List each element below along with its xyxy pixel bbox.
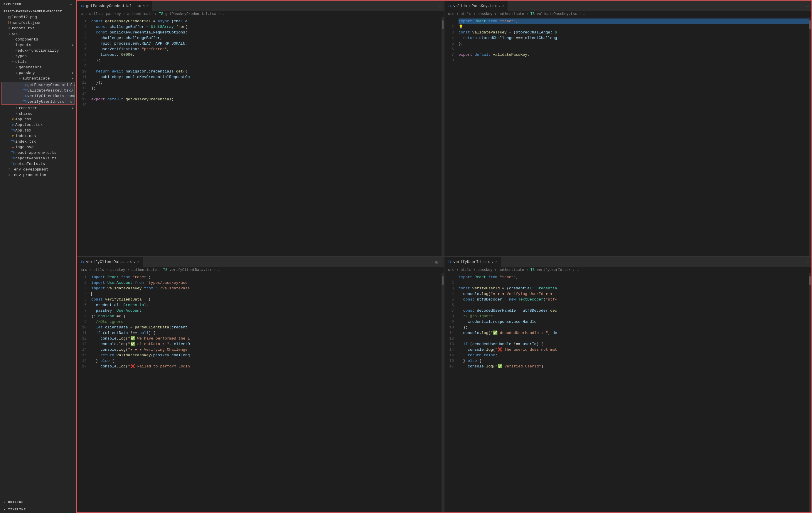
breadcrumb-text: src › utils › passkey › authenticate › T… <box>448 268 579 272</box>
tab-verifyClientData[interactable]: TS verifyClientData.tsx U × <box>77 257 143 267</box>
ts-icon: TS <box>448 260 452 264</box>
new-file-icon[interactable]: ⋯ <box>70 2 72 6</box>
breadcrumb-text: src › utils › passkey › authenticate › T… <box>448 12 585 16</box>
more-actions-icon[interactable]: ⋯ <box>806 3 809 8</box>
tree-badge: ● <box>71 43 74 47</box>
css-icon: # <box>10 118 15 121</box>
more-actions-icon[interactable]: ⋯ <box>439 260 441 265</box>
tree-item-indextsx[interactable]: TS index.tsx <box>0 139 76 144</box>
ts-icon: TS <box>23 94 27 98</box>
code-content-bottom-right: import React from "react"; const verifyU… <box>456 273 809 512</box>
tree-label: index.tsx <box>15 140 36 144</box>
tree-label: types <box>15 54 27 58</box>
code-line: console.log("✅ clientData : ", clientD <box>91 341 441 347</box>
tree-item-types[interactable]: › types <box>0 53 76 59</box>
split-editor-icon[interactable]: ⊞ <box>432 260 434 265</box>
breadcrumb-top-left: c › utils › passkey › authenticate › TS … <box>77 11 444 17</box>
tree-item-manifest[interactable]: {} manifest.json <box>0 20 76 26</box>
tree-item-indexcss[interactable]: # index.css <box>0 133 76 139</box>
code-area-bottom-left: 12345 678910 1112131415 1617 import Reac… <box>77 273 444 512</box>
tree-item-apptest[interactable]: ⚙ App.test.tsx <box>0 122 76 128</box>
tree-item-setuptests[interactable]: TS setupTests.ts <box>0 161 76 167</box>
tree-label: authenticate <box>22 76 50 81</box>
tree-item-redux[interactable]: › redux-functionality <box>0 48 76 53</box>
code-line: console.log("✅ Verified UserId") <box>459 364 809 369</box>
tree-item-logo[interactable]: 🖼 logo512.png <box>0 14 76 20</box>
tree-label: getPasskeyCredential.tsx <box>27 83 76 87</box>
tree-item-logosvg[interactable]: ◈ logo.svg <box>0 144 76 150</box>
tab-bar-bottom-right: TS verifyUserId.tsx U × ⋯ <box>444 257 811 267</box>
tab-modified-badge: U <box>492 260 493 264</box>
selected-files-group: TS getPasskeyCredential.tsx M TS validat… <box>1 82 75 105</box>
more-actions-icon[interactable]: ⋯ <box>439 3 441 8</box>
line-numbers: 12345 678910 111213141516 <box>77 17 89 256</box>
more-actions-icon[interactable]: ⋯ <box>806 260 809 265</box>
code-line: if (decodedUserHandle !== userId) { <box>459 341 809 347</box>
tree-item-passkey[interactable]: ▾ passkey ● <box>0 70 76 76</box>
tab-validatePassKey[interactable]: TS validatePassKey.tsx U × <box>444 1 508 11</box>
ts-icon: TS <box>448 4 452 8</box>
tree-item-layouts[interactable]: › layouts ● <box>0 42 76 48</box>
tree-badge: ● <box>71 107 74 110</box>
file-tree: 🖼 logo512.png {} manifest.json ≡ robots.… <box>0 14 76 178</box>
chevron-down-icon: ▾ <box>18 77 22 81</box>
tree-item-register[interactable]: › register ● <box>0 105 76 111</box>
scroll-indicator <box>441 17 444 256</box>
code-line: timeout: 60000, <box>91 52 441 58</box>
tree-item-envprod[interactable]: ≡ .env.production <box>0 172 76 178</box>
tab-getPasskeyCredential[interactable]: TS getPasskeyCredential.tsx M × <box>77 1 152 11</box>
code-line: } else { <box>91 358 441 364</box>
tree-item-getPasskeyCredential[interactable]: TS getPasskeyCredential.tsx M <box>1 82 75 88</box>
timeline-section[interactable]: ▸ TIMELINE <box>0 506 76 513</box>
code-content-top-left: const getPasskeyCredential = async (chal… <box>89 17 441 256</box>
code-line: ); <box>459 325 809 330</box>
tree-item-utils[interactable]: ▾ utils <box>0 59 76 65</box>
tab-actions: ⋯ <box>804 260 811 265</box>
layout-icon[interactable]: ▣ <box>435 260 438 265</box>
tree-item-generators[interactable]: › generators <box>0 65 76 70</box>
tab-bar-top-right: TS validatePassKey.tsx U × ⋯ <box>444 1 811 11</box>
outline-section[interactable]: ▸ OUTLINE <box>0 498 76 506</box>
tree-label: App.test.tsx <box>15 123 43 127</box>
code-line: 💡 <box>459 24 809 30</box>
code-line <box>91 291 441 297</box>
tree-item-shared[interactable]: › shared <box>0 111 76 117</box>
tab-close-button[interactable]: × <box>502 4 504 8</box>
code-line: ): boolean => { <box>91 313 441 319</box>
tree-item-components[interactable]: › components <box>0 37 76 42</box>
tree-item-reactappenv[interactable]: TS react-app-env.d.ts <box>0 150 76 155</box>
tree-item-envdev[interactable]: ≡ .env.development <box>0 167 76 172</box>
code-line: return storedChallenge === clientChallen… <box>459 35 809 41</box>
tree-label: logo512.png <box>12 15 37 19</box>
code-line <box>459 280 809 285</box>
tab-verifyUserId[interactable]: TS verifyUserId.tsx U × <box>444 257 501 267</box>
tree-item-reportwebvitals[interactable]: TS reportWebVitals.ts <box>0 155 76 161</box>
tree-item-validatePassKey[interactable]: TS validatePassKey.tsx U <box>1 88 75 93</box>
code-line: passkey: UserAccount <box>91 308 441 313</box>
tree-item-apptsx[interactable]: TS App.tsx <box>0 128 76 133</box>
tree-label: shared <box>19 112 33 116</box>
tree-item-verifyUserId[interactable]: TS verifyUserId.tsx U <box>1 99 75 104</box>
tree-label: layouts <box>15 43 31 47</box>
tab-close-button[interactable]: × <box>146 4 148 8</box>
tree-item-appcss[interactable]: # App.css <box>0 117 76 122</box>
tree-label: src <box>12 32 19 36</box>
code-line: const getPasskeyCredential = async (chal… <box>91 19 441 24</box>
scroll-thumb <box>442 276 443 285</box>
chevron-right-icon: › <box>14 112 19 115</box>
tab-close-button[interactable]: × <box>495 260 497 264</box>
tree-item-authenticate[interactable]: ▾ authenticate ● <box>0 76 76 81</box>
breadcrumb-top-right: src › utils › passkey › authenticate › T… <box>444 11 811 17</box>
tree-item-src[interactable]: ▾ src <box>0 31 76 37</box>
code-line: console.log("● ● ● Verifying Challenge <box>91 347 441 353</box>
tab-close-button[interactable]: × <box>137 260 139 264</box>
chevron-down-icon: ▾ <box>10 60 15 64</box>
tree-item-robots[interactable]: ≡ robots.txt <box>0 26 76 31</box>
code-line: //@ts-ignore <box>91 319 441 325</box>
tree-item-verifyClientData[interactable]: TS verifyClientData.tsx U <box>1 93 75 99</box>
ts-icon: TS <box>10 151 15 154</box>
tab-label: verifyClientData.tsx <box>86 260 132 264</box>
code-line: console.log("❌ Failed to perform Login <box>91 364 441 369</box>
ts-icon: TS <box>10 162 15 165</box>
code-line <box>91 102 441 108</box>
